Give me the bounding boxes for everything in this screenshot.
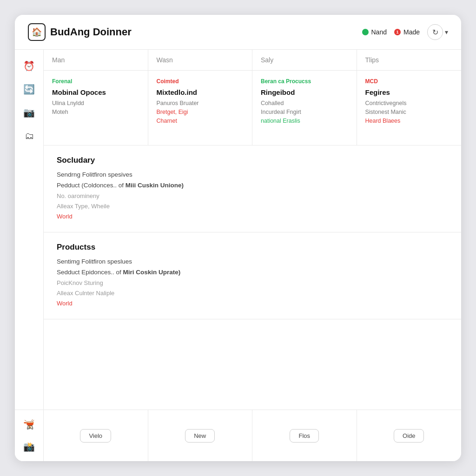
card-tag-tlips: MCD (365, 78, 453, 85)
block-line-1-0: Sentimg Folitfiron speslues (57, 257, 448, 267)
sidebar-item-portfolio[interactable]: 🗂 (20, 126, 39, 145)
content-blocks: Socludary Sendrng Folitfiron spesives Pe… (44, 145, 461, 410)
block-productss[interactable]: Productss Sentimg Folitfiron speslues Se… (44, 232, 461, 319)
card-tag-coimted: Coimted (157, 78, 244, 85)
status-nand: Nand (362, 28, 387, 36)
new-button[interactable]: New (185, 429, 215, 443)
block-line-1-4: World (57, 298, 448, 309)
block-line-0-3: Alleax Type, Wheile (57, 201, 448, 212)
app-container: 🏠 BudAng Doinner Nand 1 Made ↻ ▾ ⏰ 🔄 📷 🗂 (15, 15, 461, 461)
bottom-tabs: Vielo New Flos Oide (44, 410, 461, 461)
card-title-0: Mobinal Opoces (52, 88, 139, 96)
sidebar-item-clock[interactable]: ⏰ (20, 56, 39, 76)
col-wasn: Wasn (148, 50, 253, 70)
card-tlips[interactable]: MCD Fegires Contrictivegnels Sistonest M… (357, 71, 462, 145)
app-title: BudAng Doinner (50, 26, 132, 38)
flos-button[interactable]: Flos (290, 429, 319, 443)
nand-dot (362, 29, 369, 35)
block-line-1-1: Sedduct Epidonces.. of Miri Coskin Uprat… (57, 267, 448, 278)
block-line-1-3: Alleax Culnter Naliple (57, 288, 448, 298)
card-forenal[interactable]: Forenal Mobinal Opoces Ulina Lnyldd Mote… (44, 71, 148, 145)
sidebar: ⏰ 🔄 📷 🗂 (15, 50, 44, 410)
bottom-tab-vielo[interactable]: Vielo (44, 410, 148, 461)
bottom-bar: 🫕 📸 Vielo New Flos Oide (15, 410, 461, 461)
cards-row: Forenal Mobinal Opoces Ulina Lnyldd Mote… (44, 71, 461, 145)
logo-area: 🏠 BudAng Doinner (28, 23, 362, 41)
bottom-tab-oide[interactable]: Oide (357, 410, 462, 461)
block-title-0: Socludary (57, 156, 448, 165)
status-made: 1 Made (394, 28, 420, 36)
card-sub-1: Panuros Bruater Bretget, Eigi Charnet (157, 99, 244, 125)
block-title-1: Productss (57, 243, 448, 252)
chevron-down-icon[interactable]: ▾ (445, 28, 448, 36)
card-sub-3: Contrictivegnels Sistonest Manic Heard B… (365, 99, 453, 125)
header-actions[interactable]: ↻ ▾ (427, 24, 448, 40)
block-line-0-4: World (57, 212, 448, 222)
nand-label: Nand (371, 28, 387, 36)
bottom-pot-icon[interactable]: 🫕 (20, 416, 38, 433)
made-label: Made (403, 28, 420, 36)
bottom-sidebar: 🫕 📸 (15, 410, 44, 461)
card-tag-saly: Beran ca Procucss (261, 78, 348, 85)
logo-icon: 🏠 (28, 23, 46, 41)
header: 🏠 BudAng Doinner Nand 1 Made ↻ ▾ (15, 15, 461, 50)
col-saly: Saly (252, 50, 357, 70)
content: Man Wasn Saly Tlips Forenal Mobinal Opoc… (44, 50, 461, 410)
card-title-3: Fegires (365, 88, 453, 96)
block-socludary[interactable]: Socludary Sendrng Folitfiron spesives Pe… (44, 145, 461, 232)
card-title-2: Ringeibod (261, 88, 348, 96)
block-line-0-2: No. oaromineny (57, 191, 448, 201)
block-line-0-0: Sendrng Folitfiron spesives (57, 170, 448, 180)
col-tlips: Tlips (357, 50, 462, 70)
columns-header: Man Wasn Saly Tlips (44, 50, 461, 71)
bottom-photo-icon[interactable]: 📸 (20, 438, 38, 456)
main-layout: ⏰ 🔄 📷 🗂 Man Wasn Saly Tlips Forenal Mobi… (15, 50, 461, 410)
col-man: Man (44, 50, 148, 70)
sidebar-item-refresh[interactable]: 🔄 (20, 79, 39, 99)
card-title-1: Mixtedlo.ind (157, 88, 244, 96)
block-line-0-1: Pedduct (Coldonces.. of Miii Cuskin Unio… (57, 180, 448, 191)
card-sub-2: Cohalled Incurdeal Fngirt national Erasl… (261, 99, 348, 125)
card-coimted[interactable]: Coimted Mixtedlo.ind Panuros Bruater Bre… (148, 71, 253, 145)
card-sub-0: Ulina Lnyldd Moteh (52, 99, 139, 117)
bottom-tab-flos[interactable]: Flos (252, 410, 357, 461)
block-line-1-2: PoicKnov Sturing (57, 278, 448, 288)
card-tag-forenal: Forenal (52, 78, 139, 85)
header-right: Nand 1 Made ↻ ▾ (362, 24, 449, 40)
card-saly[interactable]: Beran ca Procucss Ringeibod Cohalled Inc… (252, 71, 357, 145)
vielo-button[interactable]: Vielo (80, 429, 111, 443)
sidebar-item-camera[interactable]: 📷 (20, 103, 39, 122)
bottom-tab-new[interactable]: New (148, 410, 253, 461)
made-dot: 1 (394, 29, 401, 35)
refresh-icon[interactable]: ↻ (427, 24, 443, 40)
oide-button[interactable]: Oide (394, 429, 424, 443)
